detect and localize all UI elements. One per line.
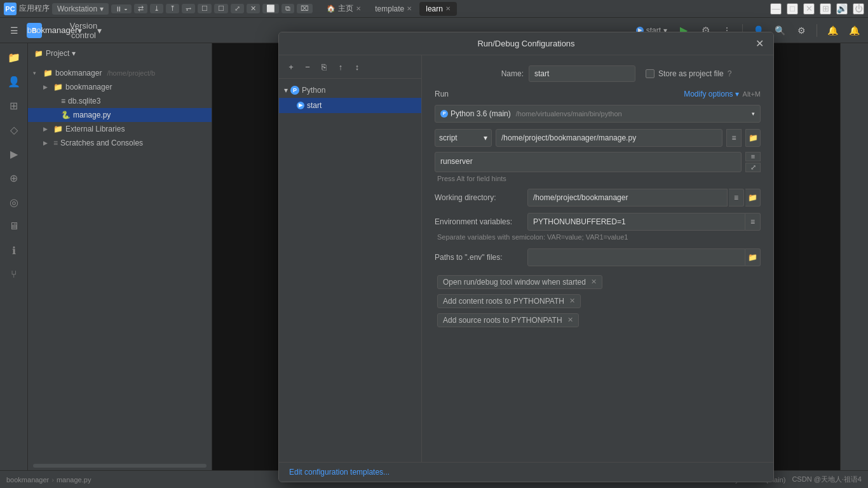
script-args-expand-btn[interactable]: ⤢ (745, 163, 761, 172)
tree-db-label: db.sqlite3 (68, 97, 100, 105)
tool-btn-11[interactable]: ⌧ (297, 4, 313, 13)
notification-btn[interactable]: 🔔 (824, 22, 841, 39)
config-move-up-btn[interactable]: ↑ (334, 60, 348, 74)
sidebar-fold-btn[interactable]: 📁 (34, 50, 43, 58)
tool-btn-9[interactable]: ⬜ (262, 4, 279, 13)
tool-btn-10[interactable]: ⧉ (281, 4, 294, 13)
checkbox-item-source-roots: Add source roots to PYTHONPATH ✕ (437, 313, 761, 327)
script-args-edit-btn[interactable]: ≡ (745, 152, 761, 161)
folder-icon-ext: 📁 (53, 125, 63, 133)
tree-item-db[interactable]: ≡ db.sqlite3 (28, 94, 212, 108)
tab-template[interactable]: template ✕ (369, 2, 418, 16)
workstation-button[interactable]: Workstation ▾ (52, 3, 109, 15)
env-sep-hint: Separate variables with semicolon: VAR=v… (435, 233, 761, 241)
version-control-btn[interactable]: Version control ▾ (77, 22, 95, 39)
dotenv-input[interactable] (527, 248, 745, 266)
activity-layers-btn[interactable]: ⊕ (4, 168, 24, 188)
config-tree-start-item[interactable]: ▶ start (279, 98, 421, 113)
tab-learn-close[interactable]: ✕ (445, 5, 451, 12)
tool-btn-2[interactable]: ⤓ (150, 4, 163, 13)
dialog-left-panel: + − ⎘ ↑ ↕ ▾ P Python (279, 55, 422, 462)
dotenv-input-area: 📁 (527, 248, 761, 266)
config-add-btn[interactable]: + (284, 60, 298, 74)
config-remove-btn[interactable]: − (301, 60, 315, 74)
app-name-label: 应用程序 (19, 3, 50, 14)
activity-play-btn[interactable]: ▶ (4, 144, 24, 164)
volume-btn[interactable]: 🔊 (836, 3, 848, 15)
config-tree-python-header[interactable]: ▾ P Python (279, 83, 421, 98)
config-copy-btn[interactable]: ⎘ (317, 60, 331, 74)
store-checkbox[interactable] (646, 69, 654, 78)
working-dir-input[interactable] (527, 189, 728, 207)
checkbox-content-roots-label: Add content roots to PYTHONPATH (443, 297, 564, 306)
sidebar-scrollbar[interactable] (33, 464, 207, 468)
config-sort-btn[interactable]: ↕ (350, 60, 364, 74)
checkbox-run-window-remove[interactable]: ✕ (591, 278, 597, 286)
dialog-titlebar: Run/Debug Configurations ✕ (279, 32, 773, 55)
working-dir-browse-btn[interactable]: 📁 (745, 189, 761, 207)
tool-btn-7[interactable]: ⤢ (231, 4, 244, 13)
dialog-body: + − ⎘ ↑ ↕ ▾ P Python (279, 55, 773, 462)
script-path-edit-btn[interactable]: ≡ (726, 129, 742, 147)
system-bar-left: PC 应用程序 Workstation ▾ ⏸ ▾ ⇄ ⤓ ⤒ ⥅ ☐ ☐ ⤢ … (4, 3, 313, 15)
script-path-browse-btn[interactable]: 📁 (745, 129, 761, 147)
interpreter-chevron: ▾ (752, 111, 755, 117)
modify-options-btn[interactable]: Modify options ▾ (684, 90, 738, 98)
tab-home-close[interactable]: ✕ (356, 5, 361, 12)
tool-btn-8[interactable]: ✕ (247, 4, 260, 13)
system-tabs: 🏠 主页 ✕ template ✕ learn ✕ (320, 2, 768, 16)
activity-info-btn[interactable]: ℹ (4, 240, 24, 261)
checkbox-tag-run-window[interactable]: Open run/debug tool window when started … (437, 275, 602, 289)
edit-config-templates-btn[interactable]: Edit configuration templates... (289, 468, 390, 477)
activity-user-btn[interactable]: 👤 (4, 71, 24, 92)
tool-btn-5[interactable]: ☐ (198, 4, 212, 13)
checkbox-source-roots-remove[interactable]: ✕ (567, 316, 573, 324)
maximize-btn[interactable]: □ (787, 3, 798, 15)
dotenv-browse-btn[interactable]: 📁 (745, 248, 761, 266)
power-btn[interactable]: ⏻ (853, 3, 864, 15)
activity-folder-btn[interactable]: 📁 (4, 47, 24, 67)
activity-monitor-btn[interactable]: 🖥 (4, 216, 24, 236)
activity-diamond-btn[interactable]: ◇ (4, 119, 24, 140)
checkbox-run-window-label: Open run/debug tool window when started (443, 278, 586, 287)
name-input[interactable] (529, 65, 635, 82)
checkbox-tag-content-roots[interactable]: Add content roots to PYTHONPATH ✕ (437, 294, 581, 308)
notification-badge-btn[interactable]: 🔔 (845, 22, 863, 39)
env-vars-input[interactable] (527, 213, 745, 231)
tab-template-close[interactable]: ✕ (407, 5, 412, 12)
tool-btn-3[interactable]: ⤒ (166, 4, 179, 13)
layout-btn[interactable]: ⊞ (820, 3, 831, 15)
activity-git-btn[interactable]: ⑂ (4, 264, 24, 285)
tree-item-scratches[interactable]: ▶ ≡ Scratches and Consoles (28, 136, 212, 150)
run-debug-dialog: Run/Debug Configurations ✕ + − ⎘ ↑ ↕ (278, 32, 774, 482)
tool-btn-6[interactable]: ☐ (214, 4, 228, 13)
tool-btn-4[interactable]: ⥅ (182, 4, 195, 13)
checkbox-content-roots-remove[interactable]: ✕ (569, 297, 575, 305)
hamburger-btn[interactable]: ☰ (5, 22, 23, 39)
env-vars-edit-btn[interactable]: ≡ (745, 213, 761, 231)
activity-group-btn[interactable]: ⊞ (4, 95, 24, 116)
tool-btn-1[interactable]: ⇄ (134, 4, 147, 13)
script-row: script ▾ /home/project/bookmanager/manag… (435, 129, 761, 147)
minimize-btn[interactable]: — (770, 3, 782, 15)
tree-item-bookmanager-folder[interactable]: ▶ 📁 bookmanager (28, 80, 212, 94)
dialog-close-btn[interactable]: ✕ (752, 36, 767, 51)
close-btn[interactable]: ✕ (803, 3, 815, 15)
pause-button[interactable]: ⏸ ▾ (111, 4, 132, 13)
activity-circle-btn[interactable]: ◎ (4, 192, 24, 212)
field-hints: Press Alt for field hints (435, 175, 761, 182)
script-type-select[interactable]: script ▾ (435, 129, 492, 147)
tree-item-managepy[interactable]: 🐍 manage.py (28, 108, 212, 122)
settings-btn[interactable]: ⚙ (792, 22, 810, 39)
working-dir-edit-btn[interactable]: ≡ (729, 189, 744, 207)
tab-learn[interactable]: learn ✕ (419, 2, 457, 16)
script-path-display: /home/project/bookmanager/manage.py (496, 129, 722, 147)
tree-item-root[interactable]: ▾ 📁 bookmanager /home/project/b (28, 66, 212, 80)
project-name-btn[interactable]: bookmanager ▾ (46, 22, 64, 39)
tree-item-external-libs[interactable]: ▶ 📁 External Libraries (28, 122, 212, 136)
tab-home[interactable]: 🏠 主页 ✕ (320, 2, 367, 16)
checkbox-tag-source-roots[interactable]: Add source roots to PYTHONPATH ✕ (437, 313, 579, 327)
py-icon-manage: 🐍 (61, 111, 71, 119)
interpreter-select[interactable]: P Python 3.6 (main) /home/virtualenvs/ma… (435, 105, 761, 123)
store-help-icon[interactable]: ? (728, 69, 732, 78)
